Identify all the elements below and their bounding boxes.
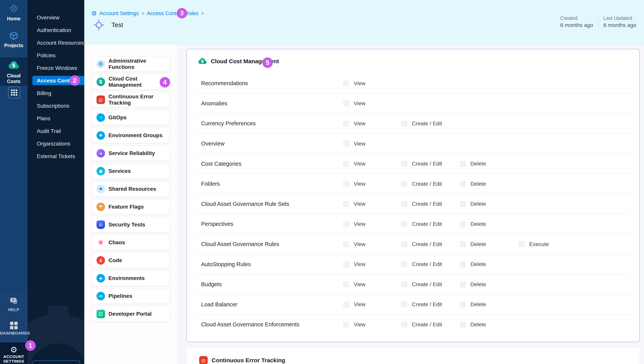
- category-card[interactable]: ⚑ Feature Flags: [92, 199, 170, 214]
- permission-checkbox[interactable]: [460, 282, 466, 287]
- permission-options: View: [343, 141, 402, 147]
- breadcrumb-roles-link[interactable]: Access Control: Roles: [147, 11, 198, 17]
- sidebar-item[interactable]: External Tickets: [28, 150, 84, 162]
- category-card[interactable]: ◉ Services: [92, 163, 170, 179]
- category-card[interactable]: ❖ Environment Groups: [92, 128, 170, 143]
- category-card[interactable]: ◎ Continuous Error Tracking: [92, 92, 170, 107]
- permission-checkbox[interactable]: [343, 121, 349, 126]
- category-card[interactable]: ❖ Shared Resources: [92, 181, 170, 197]
- permission-checkbox[interactable]: [402, 301, 407, 307]
- category-card[interactable]: ◈ Environments: [92, 271, 170, 286]
- permission-checkbox[interactable]: [402, 201, 407, 207]
- last-updated-meta: Last Updated 6 months ago: [598, 14, 641, 29]
- gear-watermark: [28, 305, 84, 364]
- sidebar-item[interactable]: Policies: [28, 49, 84, 62]
- category-card[interactable]: ⊡ Developer Portal: [92, 306, 170, 321]
- permission-checkbox[interactable]: [402, 221, 407, 227]
- code-branch-icon: Y: [96, 256, 105, 265]
- sidebar-item[interactable]: Billing: [28, 87, 84, 100]
- rail-item-projects[interactable]: Projects: [0, 31, 28, 48]
- permission-row: Perspectives View Create / Edit: [187, 214, 639, 234]
- permission-option: View: [343, 221, 402, 227]
- permission-checkbox[interactable]: [460, 181, 466, 187]
- category-label: GitOps: [108, 114, 126, 121]
- permission-checkbox[interactable]: [343, 81, 349, 86]
- module-chooser-button[interactable]: [8, 87, 20, 99]
- category-card[interactable]: ⚙ Administrative Functions: [92, 57, 170, 72]
- sidebar-item[interactable]: Audit Trail: [28, 125, 84, 137]
- sidebar-bottom-button[interactable]: [32, 360, 80, 364]
- gitops-gauge-icon: ◔: [96, 113, 105, 122]
- category-card[interactable]: $ Cloud Cost Management: [92, 74, 170, 89]
- permission-checkbox[interactable]: [343, 282, 349, 287]
- permission-row: AutoStopping Rules View Create / Edit: [187, 254, 639, 274]
- permission-checkbox-label: View: [354, 201, 366, 207]
- permission-checkbox[interactable]: [460, 261, 466, 267]
- category-card[interactable]: ◔ GitOps: [92, 110, 170, 125]
- permission-checkbox[interactable]: [343, 221, 349, 227]
- sidebar-item-label: Organizations: [37, 141, 70, 147]
- permission-name: Cloud Asset Governance Rule Sets: [201, 201, 343, 207]
- permission-option: Create / Edit: [402, 120, 460, 127]
- permission-checkbox[interactable]: [402, 161, 407, 167]
- permission-checkbox-label: Create / Edit: [412, 120, 442, 127]
- permission-checkbox[interactable]: [460, 161, 466, 167]
- permission-checkbox-label: Create / Edit: [412, 201, 442, 207]
- permission-checkbox[interactable]: [460, 322, 466, 327]
- sidebar-item[interactable]: Account Resources: [28, 37, 84, 49]
- permission-checkbox[interactable]: [402, 322, 407, 327]
- permission-rows: Recommendations View Anomalies: [187, 73, 639, 335]
- permission-checkbox[interactable]: [402, 121, 407, 126]
- permission-checkbox[interactable]: [343, 301, 349, 307]
- permission-name: AutoStopping Rules: [201, 261, 343, 268]
- permission-checkbox-label: View: [354, 301, 366, 307]
- rail-item-home[interactable]: Home: [0, 3, 28, 22]
- permission-checkbox[interactable]: [460, 221, 466, 227]
- sidebar-item[interactable]: Authentication: [28, 24, 84, 37]
- rail-item-cloud-costs[interactable]: $ Cloud Costs: [0, 60, 28, 84]
- permission-checkbox[interactable]: [343, 161, 349, 167]
- permission-checkbox[interactable]: [460, 241, 466, 247]
- category-card[interactable]: ∞ Pipelines: [92, 289, 170, 304]
- environments-icon: ◈: [96, 274, 105, 282]
- permission-checkbox[interactable]: [460, 301, 466, 307]
- continuous-error-tracking-permissions-card: ◎ Continuous Error Tracking: [186, 348, 640, 364]
- permission-checkbox-label: Delete: [470, 241, 486, 247]
- permission-checkbox[interactable]: [460, 201, 466, 207]
- category-card[interactable]: ✳ Chaos: [92, 235, 170, 250]
- rail-item-help[interactable]: ? HELP: [0, 297, 28, 312]
- sidebar-item[interactable]: Freeze Windows: [28, 62, 84, 74]
- permission-option: View: [343, 120, 402, 127]
- permission-row: Load Balancer View Create / Edit: [187, 295, 639, 315]
- permission-options: View Create / Edit Delete: [343, 241, 581, 247]
- permission-checkbox[interactable]: [343, 201, 349, 207]
- permission-checkbox[interactable]: [519, 241, 525, 247]
- permission-checkbox[interactable]: [343, 141, 349, 147]
- rail-item-account-settings[interactable]: ⚙ ACCOUNT SETTINGS: [0, 346, 28, 363]
- permission-checkbox[interactable]: [402, 261, 407, 267]
- category-card[interactable]: ◕ Service Reliability: [92, 146, 170, 161]
- gear-icon: ⚙: [96, 60, 105, 68]
- category-card[interactable]: Y Code: [92, 253, 170, 268]
- sidebar-item[interactable]: Overview: [28, 11, 84, 24]
- permission-checkbox[interactable]: [343, 261, 349, 267]
- permission-option: View: [343, 201, 402, 207]
- permission-checkbox[interactable]: [343, 100, 349, 106]
- sidebar-item[interactable]: Subscriptions: [28, 100, 84, 112]
- rail-item-label: Home: [0, 16, 28, 22]
- sidebar-item[interactable]: Plans: [28, 112, 84, 125]
- category-card[interactable]: ◎ Security Tests: [92, 217, 170, 232]
- breadcrumb-account-settings-link[interactable]: Account Settings: [100, 11, 139, 17]
- permission-checkbox[interactable]: [343, 181, 349, 187]
- permission-checkbox[interactable]: [402, 181, 407, 187]
- permission-checkbox[interactable]: [343, 322, 349, 327]
- permission-name: Cloud Asset Governance Enforcements: [201, 321, 343, 328]
- permission-checkbox-label: Create / Edit: [412, 161, 442, 167]
- rail-item-dashboards[interactable]: DASHBOARDS: [0, 322, 28, 335]
- permission-checkbox[interactable]: [343, 241, 349, 247]
- sidebar-item[interactable]: Organizations: [28, 137, 84, 150]
- sidebar-item-label: Billing: [37, 90, 51, 96]
- permission-checkbox[interactable]: [402, 241, 407, 247]
- permission-checkbox[interactable]: [402, 282, 407, 287]
- permission-checkbox-label: Delete: [470, 281, 486, 288]
